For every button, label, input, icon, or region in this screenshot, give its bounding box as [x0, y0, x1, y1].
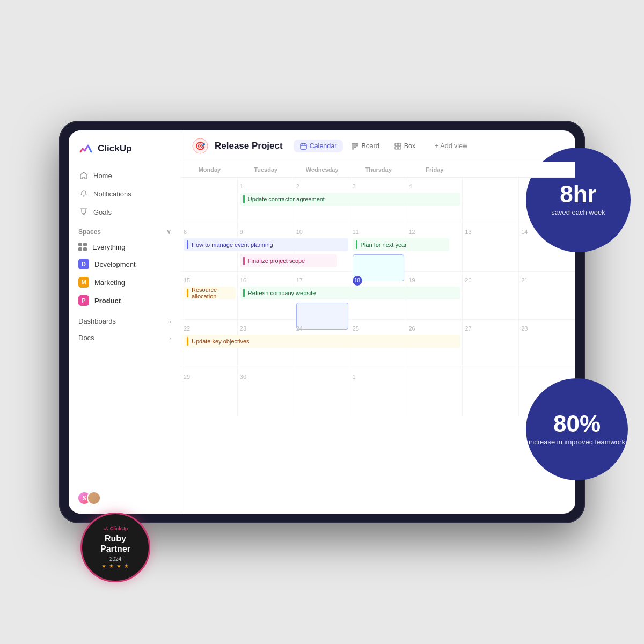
svg-rect-7 — [354, 143, 356, 148]
calendar-area[interactable]: Monday Tuesday Wednesday Thursday Friday… — [181, 162, 575, 514]
day-header-thursday: Thursday — [350, 162, 407, 177]
stat-80pct-label: increase in improved teamwork — [529, 438, 625, 447]
development-label: Development — [94, 260, 136, 268]
week5-cell-5 — [463, 368, 519, 416]
ruby-partner-badge: ClickUp RubyPartner 2024 ★ ★ ★ ★ — [80, 513, 150, 582]
notifications-label: Notifications — [93, 190, 131, 198]
calendar-tab-icon — [300, 143, 307, 150]
day-header-wednesday: Wednesday — [294, 162, 350, 177]
dashboards-item[interactable]: Dashboards › — [69, 313, 181, 330]
sidebar-item-notifications[interactable]: Notifications — [74, 185, 175, 202]
main-content: 🎯 Release Project Calendar — [181, 130, 575, 514]
sidebar-item-product[interactable]: P Product — [69, 291, 181, 310]
svg-rect-12 — [398, 147, 401, 149]
tab-board[interactable]: Board — [345, 140, 385, 152]
dashboards-chevron: › — [169, 318, 171, 325]
avatar-photo — [87, 491, 101, 505]
day-header-tuesday: Tuesday — [238, 162, 294, 177]
task-event-planning-label: How to manage event planning — [192, 241, 273, 248]
spaces-chevron: ∨ — [166, 228, 171, 236]
task-event-planning[interactable]: How to manage event planning — [184, 238, 348, 251]
badge-title: RubyPartner — [100, 533, 130, 554]
task-finalize-scope-label: Finalize project scope — [248, 258, 305, 264]
svg-rect-11 — [395, 147, 398, 149]
svg-rect-10 — [398, 143, 401, 146]
week3-cell-6: 21 — [519, 272, 575, 319]
sidebar-dashboards-section: Dashboards › Docs › — [69, 313, 181, 346]
sidebar-bottom: S — [69, 485, 181, 505]
task-update-contractor[interactable]: Update contractor agreement — [240, 193, 460, 206]
week3-cell-5: 20 — [463, 272, 519, 319]
stat-8hr-label: saved each week — [551, 208, 605, 217]
marketing-label: Marketing — [94, 279, 125, 287]
spaces-label: Spaces — [78, 228, 101, 236]
task-update-objectives-label: Update key objectives — [192, 338, 250, 345]
badge-clickup-icon — [103, 526, 108, 531]
tablet-screen: ClickUp Home Notifications — [69, 130, 575, 514]
sidebar-item-everything[interactable]: Everything — [69, 239, 181, 255]
sidebar: ClickUp Home Notifications — [69, 130, 181, 514]
docs-item[interactable]: Docs › — [69, 330, 181, 346]
svg-rect-8 — [356, 143, 358, 146]
week1-cell-5 — [463, 178, 519, 223]
badge-year: 2024 — [109, 556, 121, 562]
box-tab-label: Box — [404, 142, 416, 150]
product-label: Product — [94, 297, 121, 305]
stat-bubble-80pct: 80% increase in improved teamwork — [526, 378, 628, 480]
bell-icon — [79, 189, 88, 198]
task-resource-label: Resource allocation — [192, 287, 236, 299]
release-project-icon: 🎯 — [192, 138, 208, 154]
trophy-icon — [79, 208, 88, 216]
app-logo-text: ClickUp — [98, 143, 131, 154]
logo-area: ClickUp — [69, 141, 181, 167]
add-view-button[interactable]: + Add view — [428, 140, 474, 152]
week5-cell-1: 30 — [238, 368, 294, 416]
docs-chevron: › — [169, 335, 171, 341]
everything-label: Everything — [92, 243, 125, 251]
day-header-friday: Friday — [406, 162, 463, 177]
dashboards-label: Dashboards — [78, 317, 116, 325]
week5-cell-4 — [406, 368, 463, 416]
task-update-contractor-label: Update contractor agreement — [248, 196, 325, 202]
tablet-wrapper: ClickUp Home Notifications — [59, 121, 585, 523]
tablet-frame: ClickUp Home Notifications — [59, 121, 585, 523]
product-badge: P — [78, 295, 89, 306]
sidebar-nav: Home Notifications Goals — [69, 167, 181, 221]
week1-cell-0 — [181, 178, 238, 223]
task-plan-next-year[interactable]: Plan for next year — [353, 238, 450, 251]
sidebar-item-home[interactable]: Home — [74, 167, 175, 184]
svg-text:🎯: 🎯 — [195, 141, 206, 151]
day-header-7 — [519, 162, 575, 177]
project-title: Release Project — [215, 141, 283, 151]
tab-calendar[interactable]: Calendar — [294, 140, 343, 152]
goals-label: Goals — [93, 208, 112, 216]
home-icon — [79, 171, 88, 180]
task-refresh-website-label: Refresh company website — [248, 290, 316, 296]
badge-stars: ★ ★ ★ ★ — [101, 563, 129, 569]
calendar-tab-label: Calendar — [310, 142, 337, 150]
task-resource-allocation[interactable]: Resource allocation — [184, 287, 236, 299]
task-plan-next-year-label: Plan for next year — [361, 241, 407, 248]
development-badge: D — [78, 259, 89, 269]
spaces-header: Spaces ∨ — [69, 221, 181, 239]
sidebar-item-marketing[interactable]: M Marketing — [69, 273, 181, 291]
tab-box[interactable]: Box — [388, 140, 422, 152]
stat-80pct-number: 80% — [553, 412, 601, 436]
week2-cell-5: 13 — [463, 223, 519, 271]
svg-rect-6 — [352, 143, 354, 149]
day-header-6 — [463, 162, 519, 177]
clickup-logo-icon — [78, 141, 93, 156]
week4-cell-6: 28 — [519, 320, 575, 368]
docs-label: Docs — [78, 334, 94, 342]
sidebar-item-development[interactable]: D Development — [69, 255, 181, 273]
grid-icon — [78, 243, 87, 251]
board-tab-icon — [352, 143, 358, 150]
sidebar-item-goals[interactable]: Goals — [74, 203, 175, 221]
badge-logo: ClickUp — [103, 526, 128, 531]
task-update-objectives[interactable]: Update key objectives — [184, 335, 460, 348]
task-refresh-website[interactable]: Refresh company website — [240, 287, 460, 299]
week4-cell-5: 27 — [463, 320, 519, 368]
svg-rect-9 — [395, 143, 398, 146]
marketing-badge: M — [78, 277, 89, 288]
task-finalize-scope[interactable]: Finalize project scope — [240, 254, 337, 267]
